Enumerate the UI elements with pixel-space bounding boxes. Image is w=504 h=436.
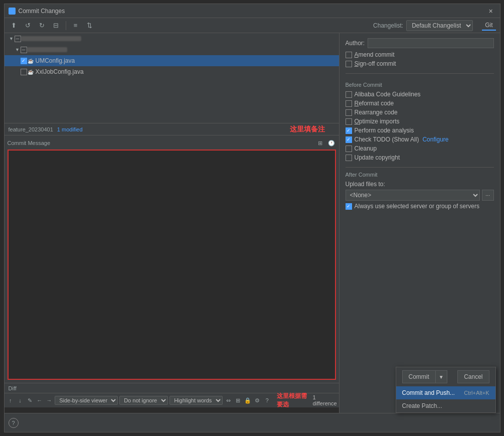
cancel-button[interactable]: Cancel [457,370,489,383]
amend-commit-row[interactable]: Amend commit [346,51,494,58]
tree-file-xxljob[interactable]: ☕ XxlJobConfig.java [5,66,339,77]
perform-label: Perform code analysis [355,127,414,134]
alibaba-row[interactable]: Alibaba Code Guidelines [346,91,494,98]
move-button[interactable]: ⬆ [9,20,20,31]
checktodo-checkbox[interactable]: ✓ [346,136,352,143]
settings-diff-btn[interactable]: ⚙ [253,395,261,405]
fill-notice: 这里填备注 [290,125,325,134]
alibaba-label: Alibaba Code Guidelines [355,91,421,98]
diff-button[interactable]: ⊟ [51,20,62,31]
reformat-checkbox[interactable] [346,100,352,107]
copyright-checkbox[interactable] [346,155,352,161]
git-tab[interactable]: Git [482,21,495,31]
highlight-select[interactable]: Highlight words [170,396,223,405]
perform-row[interactable]: ✓ Perform code analysis [346,127,494,134]
file-tree: ▼ ─ ▼ ─ ✓ ☕ UMConfig.java [5,33,339,123]
popup-create-patch[interactable]: Create Patch... [396,399,495,412]
diff-section: Diff ↑ ↓ ✎ ← → Side-by-side viewer Do no… [5,383,339,413]
tree-root-item[interactable]: ▼ ─ [5,33,339,44]
expand-icon[interactable]: ⊞ [316,138,325,148]
undo-button[interactable]: ↺ [23,20,34,31]
refresh-button[interactable]: ↻ [37,20,48,31]
status-bar: feature_20230401 1 modified 这里填备注 [5,123,339,135]
always-use-label: Always use selected server or group of s… [355,203,479,210]
copyright-label: Update copyright [355,154,400,161]
main-toolbar: ⬆ ↺ ↻ ⊟ ≡ ⇅ Changelist: Default Changeli… [5,18,500,33]
ignore-select[interactable]: Do not ignore [119,396,168,405]
close-button[interactable]: × [486,6,496,16]
dialog-title: Commit Changes [19,8,486,15]
rearrange-row[interactable]: Rearrange code [346,109,494,116]
checktodo-label: Check TODO (Show All) [355,136,419,143]
upload-select[interactable]: <None> [346,190,480,201]
amend-label: Amend commit [355,51,395,58]
help-diff-btn[interactable]: ? [263,395,271,405]
diff-notice: 这里根据需要选 [277,392,311,409]
changelist-select[interactable]: Default Changelist [406,20,473,31]
changelist-label: Changelist: [373,22,403,29]
author-label: Author: [346,40,365,47]
sub-checkbox[interactable]: ─ [21,47,27,53]
next-diff-btn[interactable]: ↓ [16,395,24,405]
prev-diff-btn[interactable]: ↑ [7,395,15,405]
perform-checkbox[interactable]: ✓ [346,127,352,134]
tree-file-umconfig[interactable]: ✓ ☕ UMConfig.java [5,55,339,66]
sub-label-blurred [27,47,67,52]
sort-button[interactable]: ≡ [70,20,81,31]
root-label-blurred [21,36,81,41]
configure-link[interactable]: Configure [422,136,448,143]
checktodo-row[interactable]: ✓ Check TODO (Show All) Configure [346,136,494,143]
edit-diff-btn[interactable]: ✎ [26,395,34,405]
help-button[interactable]: ? [9,418,19,428]
commit-dialog: Commit Changes × ⬆ ↺ ↻ ⊟ ≡ ⇅ Changelist:… [4,4,500,432]
xxljob-checkbox[interactable] [21,69,27,75]
dialog-icon [9,8,16,15]
cleanup-row[interactable]: Cleanup [346,145,494,152]
reformat-row[interactable]: Reformat code [346,100,494,107]
sync-scroll-btn[interactable]: ⇔ [224,395,232,405]
optimize-row[interactable]: Optimize imports [346,118,494,125]
rearrange-checkbox[interactable] [346,109,352,116]
modified-count: 1 modified [57,126,83,132]
cleanup-checkbox[interactable] [346,146,352,152]
root-checkbox[interactable]: ─ [15,36,21,42]
titlebar: Commit Changes × [5,4,500,18]
commit-dropdown[interactable]: ▼ [436,370,447,383]
copyright-row[interactable]: Update copyright [346,154,494,161]
xxljob-filename: XxlJobConfig.java [36,68,84,75]
alibaba-checkbox[interactable] [346,91,352,98]
back-diff-btn[interactable]: ← [35,395,43,405]
commit-message-section: Commit Message ⊞ 🕐 [5,135,339,383]
popup-commit-push[interactable]: Commit and Push... Ctrl+Alt+K [396,386,495,399]
java-file-icon: ☕ [27,57,34,64]
popup-menu: Commit ▼ Cancel Commit and Push... Ctrl+… [396,367,496,413]
create-patch-label: Create Patch... [402,402,442,409]
forward-diff-btn[interactable]: → [45,395,53,405]
amend-checkbox[interactable] [346,52,352,58]
lock-btn[interactable]: 🔒 [244,395,252,405]
dots-button[interactable]: ··· [482,190,494,201]
group-button[interactable]: ⇅ [84,20,95,31]
commit-message-label-text: Commit Message [8,140,51,146]
clock-icon[interactable]: 🕐 [327,138,336,148]
tree-sub-item[interactable]: ▼ ─ [5,44,339,55]
umconfig-checkbox[interactable]: ✓ [21,58,27,64]
commit-button[interactable]: Commit [402,370,436,383]
viewer-select[interactable]: Side-by-side viewer [55,396,118,405]
commit-message-input[interactable] [8,150,336,380]
right-panel: Author: Amend commit Sign-off commit Bef… [340,33,500,413]
diff-count: 1 difference [312,394,337,406]
signoff-commit-row[interactable]: Sign-off commit [346,60,494,67]
main-content: ▼ ─ ▼ ─ ✓ ☕ UMConfig.java [5,33,500,413]
always-use-checkbox[interactable]: ✓ [346,203,352,210]
always-use-row[interactable]: ✓ Always use selected server or group of… [346,203,494,210]
divider-2 [346,167,494,168]
after-commit-label: After Commit [346,172,494,178]
author-input[interactable] [368,38,493,48]
left-panel: ▼ ─ ▼ ─ ✓ ☕ UMConfig.java [5,33,340,413]
expand-btn[interactable]: ⊞ [234,395,242,405]
commit-message-label-row: Commit Message ⊞ 🕐 [8,138,336,148]
java-file-icon2: ☕ [27,68,34,75]
signoff-checkbox[interactable] [346,61,352,67]
optimize-checkbox[interactable] [346,118,352,125]
